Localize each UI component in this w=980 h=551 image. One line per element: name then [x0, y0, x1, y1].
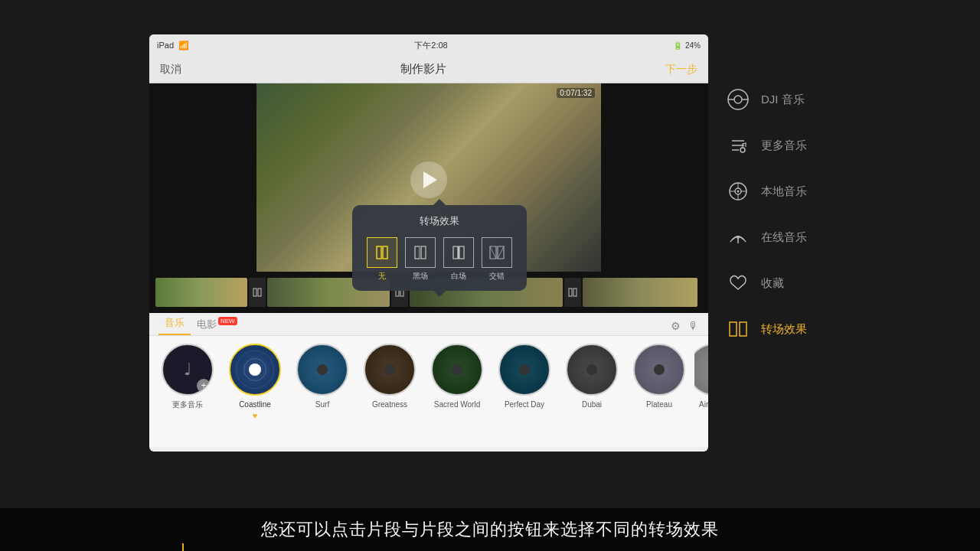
svg-point-23 — [737, 191, 740, 193]
transition-option-white[interactable]: 白场 — [443, 237, 474, 282]
svg-rect-11 — [453, 246, 458, 259]
music-item-greatness[interactable]: Greatness — [358, 344, 422, 409]
music-disc-more: ♩ + — [162, 344, 214, 396]
music-label-perfect-day: Perfect Day — [505, 400, 544, 409]
right-item-dji[interactable]: DJI 音乐 — [720, 77, 873, 122]
transition-black-icon — [405, 237, 436, 268]
right-item-local[interactable]: 本地音乐 — [720, 168, 873, 214]
music-item-surf[interactable]: Surf — [290, 344, 354, 409]
svg-rect-6 — [377, 246, 381, 259]
play-icon — [423, 171, 437, 188]
right-item-favorites[interactable]: 收藏 — [720, 260, 873, 306]
music-item-air-sight[interactable]: Air Sight — [694, 344, 708, 409]
music-disc-dubai — [566, 344, 618, 396]
music-disc-greatness — [364, 344, 416, 396]
online-music-icon — [724, 223, 752, 251]
music-carousel: ♩ + 更多音乐 Coastline ♥ Surf Greatness Sacr… — [149, 336, 708, 447]
music-disc-coastline — [229, 344, 281, 396]
transition-button-1[interactable] — [249, 278, 266, 307]
svg-rect-13 — [459, 246, 464, 259]
transition-effect-icon — [724, 315, 752, 343]
disc-center-plateau — [654, 364, 665, 375]
right-item-more-music[interactable]: 更多音乐 — [720, 122, 873, 168]
settings-icon[interactable]: ⚙ — [671, 320, 681, 332]
music-item-coastline[interactable]: Coastline ♥ — [223, 344, 287, 420]
transition-option-none[interactable]: 无 — [367, 237, 397, 282]
status-right: 🔋 24% — [673, 41, 701, 50]
transition-option-cross[interactable]: 交错 — [482, 237, 512, 282]
device-model: iPad — [157, 41, 174, 50]
subtitle-text: 您还可以点击片段与片段之间的按钮来选择不同的转场效果 — [261, 518, 719, 541]
transition-none-icon — [367, 237, 397, 268]
right-label-favorites: 收藏 — [761, 276, 784, 291]
music-item-perfect-day[interactable]: Perfect Day — [492, 344, 557, 409]
battery-icon: 🔋 — [673, 41, 682, 50]
right-item-transition[interactable]: 转场效果 — [720, 306, 873, 352]
dji-icon — [724, 86, 752, 113]
subtitle-bar: 您还可以点击片段与片段之间的按钮来选择不同的转场效果 — [0, 508, 980, 551]
tab-music[interactable]: 音乐 — [158, 312, 191, 335]
music-item-sacred-world[interactable]: Sacred World — [425, 344, 489, 409]
popup-options: 无 黑场 白场 — [363, 237, 516, 282]
music-label-dubai: Dubai — [582, 400, 602, 409]
transition-white-label: 白场 — [451, 271, 466, 282]
music-item-plateau[interactable]: Plateau — [627, 344, 691, 409]
svg-rect-0 — [253, 289, 256, 296]
right-label-online: 在线音乐 — [761, 230, 807, 245]
transition-cross-label: 交错 — [489, 271, 505, 282]
right-item-online[interactable]: 在线音乐 — [720, 214, 873, 260]
video-timer: 0:07/1:32 — [557, 88, 595, 98]
svg-rect-4 — [569, 289, 572, 296]
favorites-icon — [724, 269, 752, 297]
transition-none-label: 无 — [378, 271, 386, 282]
music-disc-perfect-day — [498, 344, 550, 396]
music-label-air-sight: Air Sight — [699, 400, 708, 409]
transition-option-black[interactable]: 黑场 — [405, 237, 436, 282]
tab-film[interactable]: 电影NEW — [191, 314, 243, 335]
svg-rect-7 — [383, 246, 387, 259]
music-label-greatness: Greatness — [372, 400, 407, 409]
nav-bar: 取消 制作影片 下一步 — [149, 56, 708, 83]
transition-white-icon — [443, 237, 474, 268]
page-title: 制作影片 — [400, 62, 446, 77]
svg-rect-10 — [421, 246, 426, 259]
status-left: iPad 📶 — [157, 41, 189, 51]
popup-arrow-top — [433, 199, 446, 205]
right-label-transition: 转场效果 — [761, 322, 807, 337]
wifi-icon: 📶 — [178, 41, 189, 51]
music-label-surf: Surf — [315, 400, 329, 409]
transition-icon-1 — [253, 287, 262, 298]
music-disc-air-sight — [694, 344, 708, 396]
svg-point-24 — [737, 236, 740, 239]
music-item-more[interactable]: ♩ + 更多音乐 — [155, 344, 220, 409]
music-item-dubai[interactable]: Dubai — [560, 344, 624, 409]
film-label: 电影 — [197, 318, 217, 330]
svg-rect-5 — [573, 289, 577, 296]
cancel-button[interactable]: 取消 — [160, 63, 181, 77]
music-label-plateau: Plateau — [646, 400, 672, 409]
disc-center-perfect-day — [519, 364, 530, 375]
status-bar: iPad 📶 下午2:08 🔋 24% — [149, 34, 708, 56]
popup-title: 转场效果 — [363, 214, 516, 228]
transition-cross-icon — [482, 237, 512, 268]
transition-button-3[interactable] — [564, 278, 581, 307]
transition-black-label: 黑场 — [413, 271, 428, 282]
play-button[interactable] — [410, 161, 447, 198]
svg-line-17 — [498, 246, 504, 259]
disc-center-surf — [317, 364, 328, 375]
microphone-icon[interactable]: 🎙 — [688, 320, 699, 332]
timeline-clip-4[interactable] — [583, 278, 697, 307]
music-disc-sacred-world — [431, 344, 483, 396]
disc-center-greatness — [384, 364, 395, 375]
svg-line-16 — [490, 246, 496, 259]
svg-point-19 — [734, 96, 742, 103]
svg-rect-25 — [730, 322, 737, 336]
timeline-clip-1[interactable] — [155, 278, 247, 307]
next-button[interactable]: 下一步 — [665, 63, 697, 77]
disc-center-dubai — [586, 364, 597, 375]
popup-arrow-bottom — [433, 291, 446, 297]
film-badge: NEW — [218, 317, 237, 325]
music-label-coastline: Coastline — [239, 400, 271, 409]
disc-center-sacred-world — [452, 364, 462, 375]
disc-ring-2 — [236, 350, 274, 389]
